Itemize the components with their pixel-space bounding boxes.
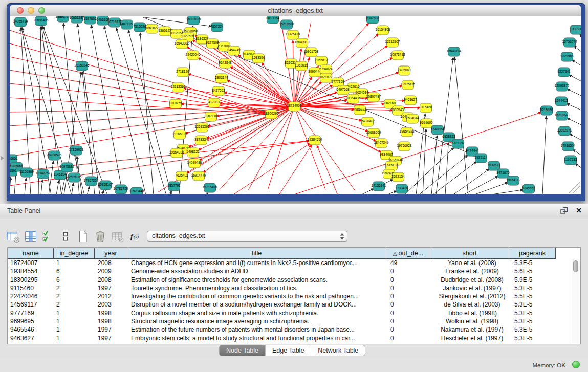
table-toolbar: f(x) [6, 228, 142, 245]
column-header-year[interactable]: year [94, 248, 127, 259]
table-settings-icon[interactable] [6, 230, 20, 244]
tab-edge-table[interactable]: Edge Table [266, 345, 311, 356]
table-cell: Stergiakouli et al. (2012) [432, 292, 512, 300]
network-node-label: 16154808 [376, 28, 390, 31]
panel-collapse-arrow-icon[interactable] [1, 156, 4, 160]
network-node-label: 862160 [384, 101, 396, 105]
table-cell: Nakamura et al. (1997) [432, 325, 512, 334]
rows-icon[interactable] [58, 230, 72, 244]
table-row[interactable]: 1872400712008Changes of HCN gene express… [8, 259, 572, 267]
vertical-scrollbar[interactable] [572, 259, 580, 343]
network-node-label: 16914479 [191, 173, 206, 177]
network-node-label: 1145194 [54, 172, 67, 176]
network-edge [248, 106, 294, 190]
network-node-label: 18300295 [264, 112, 279, 115]
new-document-icon[interactable] [76, 230, 90, 244]
sort-ascending-icon: △ [393, 251, 397, 256]
table-cell: Corpus callosum shape and size in male p… [128, 309, 388, 317]
network-node-label: 9699695 [420, 121, 433, 124]
table-cell: 0 [388, 334, 432, 342]
network-node-label: 9245652 [522, 186, 535, 190]
network-node-label: 18407249 [374, 141, 389, 144]
table-cell: 5.9E-5 [512, 276, 559, 284]
table-row[interactable]: 946362711997Embryonic stem cells: a mode… [8, 334, 572, 342]
table-cell: 2012 [95, 292, 128, 300]
network-node-label: 2803144 [215, 76, 228, 79]
tab-network-table[interactable]: Network Table [311, 345, 365, 356]
table-cell: 2008 [95, 276, 128, 284]
network-node-label: 19166823 [172, 132, 187, 136]
network-node-label: 7663822 [145, 26, 159, 30]
table-row[interactable]: 946554611997Estimation of the future num… [8, 325, 572, 334]
table-row[interactable]: 969969511998Structural magnetic resonanc… [8, 317, 572, 325]
network-node-label: 9327505 [181, 34, 194, 38]
network-node-label: 14055714 [13, 19, 28, 23]
network-node-label: 10653287 [70, 16, 84, 19]
table-cell: Structural magnetic resonance image aver… [128, 317, 388, 325]
memory-indicator-dot[interactable] [572, 361, 580, 368]
scrollbar-thumb[interactable] [573, 260, 578, 272]
table-cell: 1 [54, 325, 95, 334]
network-node-label: 17016504 [561, 144, 576, 147]
network-node-label: 18693714 [56, 16, 71, 18]
table-cell: 0 [388, 325, 432, 334]
network-edge [489, 190, 523, 194]
delete-table-icon[interactable] [93, 230, 107, 244]
network-edge [432, 162, 476, 194]
column-header-title[interactable]: title [127, 248, 386, 259]
network-node-label: 1588520 [252, 56, 265, 59]
table-row[interactable]: 1938455462009Genome-wide association stu… [8, 267, 572, 275]
network-node-label: 8878334 [194, 138, 208, 141]
network-node-label: 1244413 [555, 99, 568, 102]
network-node-label: 20364436 [346, 96, 361, 100]
table-row[interactable]: 1830029562008Estimation of significance … [8, 276, 572, 284]
table-cell: Wolkin et al. (1998) [432, 317, 512, 325]
table-cell: 5.5E-5 [512, 292, 559, 300]
network-edge [140, 33, 154, 194]
table-cell: 0 [388, 284, 432, 292]
column-header-name[interactable]: name [8, 248, 54, 259]
network-canvas[interactable]: 1405571420691406186937141065328715276026… [10, 16, 581, 194]
close-panel-button[interactable]: ✕ [576, 206, 582, 214]
table-row[interactable]: 2242004622012Investigating the contribut… [8, 292, 572, 300]
network-node-label: 8267110 [205, 114, 217, 118]
network-node-label: 1733426 [395, 186, 408, 190]
network-edge [116, 28, 166, 194]
column-header-out_de[interactable]: △out_de... [386, 248, 430, 259]
tab-node-table[interactable]: Node Table [220, 345, 266, 356]
network-node-label: 16961758 [304, 50, 319, 53]
table-row[interactable]: 911546021997Tourette syndrome. Phenomeno… [8, 284, 572, 292]
memory-status-label: Memory: OK [532, 362, 565, 368]
network-edge [82, 72, 95, 194]
network-edge [423, 129, 426, 194]
network-edge [41, 27, 61, 194]
status-bar: Memory: OK [0, 358, 588, 372]
column-header-in_degree[interactable]: in_degree [53, 248, 95, 259]
table-cell: Yano et al. (2008) [432, 259, 512, 267]
column-header-pagerank[interactable]: pagerank [509, 248, 556, 259]
table-cell: 14569117 [8, 300, 54, 309]
network-node-label: 10807487 [366, 95, 381, 98]
table-cell: Dudbridge et al. (2008) [432, 276, 512, 284]
table-cell: 2 [54, 284, 95, 292]
select-attributes-icon[interactable] [41, 230, 55, 244]
network-node-label: 10958107 [98, 183, 113, 186]
network-edge [41, 180, 42, 194]
network-node-label: 15751074 [562, 40, 577, 43]
network-node-label: 12213363 [171, 85, 186, 89]
float-panel-button[interactable] [560, 207, 569, 217]
table-row[interactable]: 977716911998Corpus callosum shape and si… [8, 309, 572, 317]
network-edge [294, 106, 325, 190]
table-row[interactable]: 1456911722003Disruption of a novel membe… [8, 300, 572, 309]
function-builder-icon[interactable]: f(x) [128, 230, 142, 244]
table-type-tabs: Node TableEdge TableNetwork Table [219, 345, 365, 356]
network-edge [10, 83, 266, 114]
show-columns-icon[interactable] [24, 230, 37, 244]
network-window-titlebar[interactable]: citations_edges.txt [10, 5, 581, 16]
table-selector-dropdown[interactable]: citations_edges.txt [147, 231, 347, 242]
network-node-label: 9227341 [557, 70, 571, 73]
import-table-icon[interactable] [111, 230, 124, 244]
table-cell: Estimation of significance thresholds fo… [128, 276, 388, 284]
column-header-short[interactable]: short [430, 248, 509, 259]
table-cell: 1997 [95, 325, 128, 334]
